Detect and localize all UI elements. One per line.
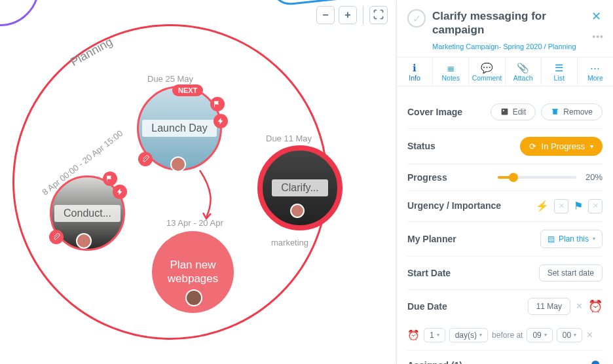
- avatar[interactable]: [290, 204, 305, 218]
- chevron-down-icon: ▾: [544, 332, 547, 338]
- svg-point-1: [502, 110, 504, 111]
- outer-ring-purple: [0, 0, 39, 26]
- tab-attach[interactable]: 📎Attach: [506, 58, 542, 86]
- mindmap-canvas[interactable]: Planning − + ⛶ Due 25 May Launch Day NEX…: [0, 0, 396, 364]
- node-clarify[interactable]: Clarify...: [257, 145, 343, 230]
- cover-image-label: Cover Image: [407, 107, 462, 117]
- planner-icon: ▤: [548, 234, 555, 244]
- reminder-row: ⏰ 1▾ day(s)▾ before at 09▾ 00▾ ✕: [407, 323, 603, 351]
- avatar[interactable]: [76, 233, 92, 249]
- fullscreen-button[interactable]: ⛶: [369, 6, 388, 24]
- notes-icon: ≣: [447, 63, 455, 73]
- more-icon: ⋯: [590, 63, 600, 73]
- image-icon: [500, 107, 509, 116]
- status-dropdown[interactable]: ⟳In Progress▾: [520, 137, 603, 156]
- next-pill: NEXT: [172, 84, 203, 96]
- due-label-launch: Due 25 May: [147, 74, 193, 84]
- breadcrumb-link-group[interactable]: Planning: [548, 43, 576, 50]
- due-date-button[interactable]: 11 May: [528, 298, 570, 315]
- reminder-min-select[interactable]: 00▾: [557, 328, 582, 342]
- importance-clear-button[interactable]: ✕: [588, 199, 603, 213]
- chevron-down-icon: ▾: [479, 332, 482, 338]
- chevron-down-icon: ▾: [437, 332, 439, 338]
- tab-comment[interactable]: 💬Comment: [469, 58, 505, 86]
- svg-rect-0: [501, 109, 508, 115]
- avatar[interactable]: [170, 156, 186, 172]
- due-label-clarify: Due 11 May: [266, 134, 312, 143]
- complete-toggle[interactable]: ✓: [407, 9, 426, 27]
- tab-notes[interactable]: ≣Notes: [433, 58, 469, 86]
- panel-title: Clarify messaging for campaign: [432, 9, 584, 37]
- avatar[interactable]: [185, 289, 202, 306]
- tag-marketing: marketing: [271, 238, 308, 247]
- tab-list[interactable]: ☰List: [542, 58, 578, 86]
- more-options-icon[interactable]: •••: [592, 31, 604, 42]
- progress-label: Progress: [407, 172, 447, 183]
- zoom-in-button[interactable]: +: [339, 6, 357, 24]
- breadcrumb: Marketing Campaign- Spring 2020 / Planni…: [397, 43, 613, 57]
- assigned-label: Assigned (1): [407, 360, 462, 365]
- due-date-label: Due Date: [407, 301, 447, 312]
- node-title: Conduct...: [54, 205, 121, 222]
- reminder-qty-select[interactable]: 1▾: [424, 328, 445, 342]
- attach-icon: 📎: [517, 63, 529, 73]
- urgency-clear-button[interactable]: ✕: [554, 199, 568, 213]
- reminder-before-text: before at: [492, 331, 523, 340]
- progress-value: 20%: [582, 172, 603, 182]
- alarm-icon: ⏰: [407, 329, 420, 341]
- progress-slider[interactable]: [498, 176, 576, 179]
- reminder-toggle-icon[interactable]: ⏰: [588, 299, 603, 314]
- node-title: Clarify...: [272, 179, 327, 196]
- list-icon: ☰: [555, 63, 563, 73]
- urgency-bolt-icon[interactable]: ⚡: [536, 200, 549, 212]
- panel-tabs: ℹInfo ≣Notes 💬Comment 📎Attach ☰List ⋯Mor…: [397, 57, 613, 86]
- trash-icon: [551, 107, 559, 116]
- attachment-icon: [138, 152, 153, 166]
- node-title: Plan new webpages: [152, 256, 234, 288]
- chevron-down-icon: ▾: [590, 143, 593, 150]
- info-icon: ℹ: [413, 63, 417, 73]
- clear-due-date-icon[interactable]: ✕: [576, 301, 583, 311]
- breadcrumb-link-project[interactable]: Marketing Campaign- Spring 2020: [432, 43, 542, 50]
- slider-thumb[interactable]: [509, 173, 518, 182]
- attachment-icon: [49, 230, 64, 244]
- edit-cover-button[interactable]: Edit: [491, 103, 536, 120]
- tab-more[interactable]: ⋯More: [578, 58, 613, 86]
- chevron-down-icon: ▾: [593, 236, 595, 242]
- bolt-icon: [113, 185, 127, 199]
- refresh-icon: ⟳: [529, 141, 536, 151]
- clear-reminder-icon[interactable]: ✕: [586, 330, 593, 340]
- comment-icon: 💬: [481, 63, 493, 73]
- start-date-label: Start Date: [407, 268, 451, 278]
- close-icon[interactable]: ✕: [590, 9, 603, 24]
- plan-this-dropdown[interactable]: ▤Plan this▾: [540, 230, 603, 248]
- tab-info[interactable]: ℹInfo: [397, 58, 433, 86]
- flag-icon: [103, 172, 117, 186]
- flag-icon: [210, 97, 225, 111]
- status-label: Status: [407, 141, 436, 151]
- add-assignee-button[interactable]: +👤: [581, 360, 603, 365]
- dependency-arrow: [196, 170, 216, 223]
- bolt-icon: [214, 114, 228, 128]
- remove-cover-button[interactable]: Remove: [541, 103, 603, 120]
- reminder-unit-select[interactable]: day(s)▾: [449, 328, 488, 342]
- detail-panel: ✓ Clarify messaging for campaign ✕ ••• M…: [396, 0, 613, 364]
- due-label-plan: 13 Apr - 20 Apr: [166, 218, 223, 228]
- my-planner-label: My Planner: [407, 234, 456, 244]
- node-title: Launch Day: [142, 120, 216, 137]
- reminder-hour-select[interactable]: 09▾: [527, 328, 552, 342]
- importance-flag-icon[interactable]: ⚑: [574, 200, 583, 212]
- zoom-out-button[interactable]: −: [316, 6, 335, 24]
- chevron-down-icon: ▾: [574, 332, 576, 338]
- set-start-date-button[interactable]: Set start date: [539, 264, 603, 282]
- zoom-controls: − + ⛶: [316, 6, 388, 24]
- urgency-label: Urgency / Importance: [407, 200, 501, 212]
